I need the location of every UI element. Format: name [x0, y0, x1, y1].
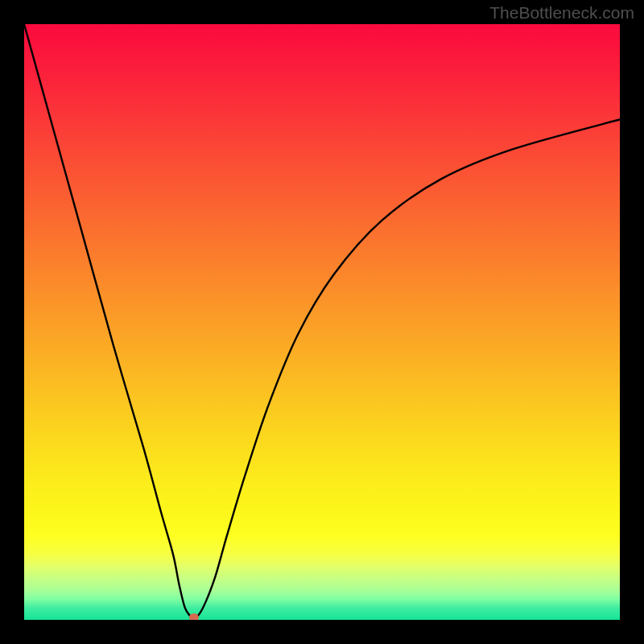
plot-area [24, 24, 620, 620]
chart-frame: TheBottleneck.com [0, 0, 644, 644]
bottleneck-curve [24, 24, 620, 620]
min-marker-dot [189, 613, 199, 620]
watermark-text: TheBottleneck.com [489, 3, 634, 23]
curve-layer [24, 24, 620, 620]
